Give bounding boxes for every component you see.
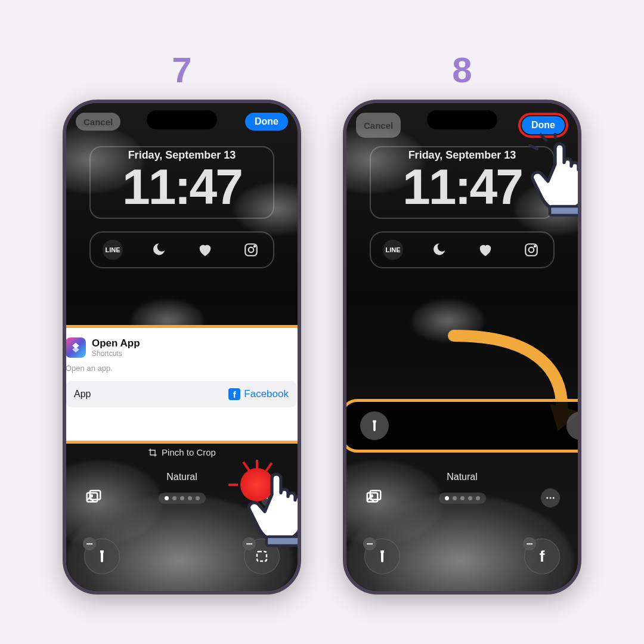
step-number-7: 7: [172, 49, 191, 91]
pinch-to-crop-hint: Pinch to Crop: [148, 447, 216, 457]
pinch-label: Pinch to Crop: [162, 447, 216, 457]
dot: [172, 496, 177, 500]
line-icon[interactable]: LINE: [383, 240, 403, 260]
dot: [188, 496, 192, 500]
svg-point-17: [546, 497, 548, 499]
dot: [453, 496, 457, 500]
dot: [196, 496, 200, 500]
svg-line-22: [530, 145, 537, 149]
filter-controls: Natural: [346, 472, 578, 507]
step-number-8: 8: [452, 49, 472, 91]
step-8-column: 8 Cancel Done Friday, September 13 11:47: [343, 49, 581, 595]
facebook-icon: f: [228, 388, 240, 400]
done-button[interactable]: Done: [245, 113, 288, 131]
moon-decor: [155, 261, 209, 315]
facebook-option[interactable]: f: [566, 411, 581, 440]
svg-point-19: [553, 497, 555, 499]
filter-name-label: Natural: [346, 472, 578, 482]
popup-title: Open App: [92, 338, 140, 349]
svg-point-13: [534, 246, 535, 247]
remove-badge-icon[interactable]: −: [363, 537, 376, 550]
dot: [460, 496, 465, 500]
svg-rect-23: [550, 206, 581, 215]
facebook-quick-button[interactable]: − f: [524, 538, 560, 574]
popup-app-name: Facebook: [244, 388, 289, 400]
date-time-widget[interactable]: Friday, September 13 11:47: [89, 146, 274, 219]
instagram-icon[interactable]: [241, 240, 261, 260]
shortcuts-icon: [66, 338, 86, 358]
heart-icon[interactable]: [195, 240, 215, 260]
instagram-icon[interactable]: [521, 240, 541, 260]
dynamic-island: [147, 110, 217, 129]
flashlight-option[interactable]: [360, 411, 389, 440]
flashlight-quick-button[interactable]: −: [364, 538, 400, 574]
flashlight-quick-button[interactable]: −: [84, 538, 120, 574]
remove-badge-icon[interactable]: −: [83, 537, 96, 550]
cancel-button[interactable]: Cancel: [76, 113, 120, 131]
widget-shelf[interactable]: LINE: [89, 231, 274, 268]
dot: [180, 496, 184, 500]
line-icon[interactable]: LINE: [103, 240, 123, 260]
svg-point-5: [91, 495, 92, 497]
time-label: 11:47: [91, 162, 273, 212]
phone-frame-8: Cancel Done Friday, September 13 11:47 L…: [343, 100, 581, 595]
moon-decor: [435, 261, 489, 315]
dnd-moon-icon[interactable]: [148, 240, 169, 260]
heart-icon[interactable]: [475, 240, 496, 260]
remove-badge-icon[interactable]: −: [523, 537, 536, 550]
popup-description: Open an app.: [66, 364, 297, 373]
facebook-icon: f: [578, 417, 581, 434]
photo-picker-icon[interactable]: [84, 488, 103, 507]
dot: [468, 496, 472, 500]
filter-dots[interactable]: [159, 493, 206, 504]
popup-row-label: App: [74, 389, 91, 400]
popup-app-row[interactable]: App f Facebook: [66, 381, 297, 407]
pointer-hand-icon: [521, 133, 581, 225]
phone-frame-7: Cancel Done Friday, September 13 11:47 L…: [63, 100, 301, 595]
dot-active: [445, 496, 449, 500]
popup-row-value: f Facebook: [228, 388, 289, 400]
svg-point-12: [529, 247, 534, 253]
svg-rect-10: [267, 537, 301, 546]
widget-shelf[interactable]: LINE: [370, 231, 555, 268]
cancel-button[interactable]: Cancel: [356, 113, 401, 138]
popup-subtitle: Shortcuts: [92, 349, 140, 358]
svg-point-1: [249, 247, 254, 253]
svg-point-16: [371, 495, 373, 497]
svg-line-20: [541, 135, 546, 140]
dot-active: [165, 496, 169, 500]
step-7-column: 7 Cancel Done Friday, September 13 11:47…: [63, 49, 301, 595]
pointer-hand-icon: [238, 463, 301, 555]
done-button[interactable]: Done: [522, 116, 565, 134]
quick-action-highlight: f: [343, 399, 581, 453]
photo-picker-icon[interactable]: [364, 488, 383, 507]
more-icon[interactable]: [541, 488, 560, 507]
open-app-popup: Open App Shortcuts Open an app. App f Fa…: [63, 325, 301, 444]
svg-point-2: [254, 246, 255, 247]
dot: [476, 496, 480, 500]
dynamic-island: [427, 110, 497, 129]
svg-point-18: [550, 497, 552, 499]
filter-dots[interactable]: [439, 493, 486, 504]
dnd-moon-icon[interactable]: [429, 240, 449, 260]
facebook-icon: f: [540, 547, 545, 566]
